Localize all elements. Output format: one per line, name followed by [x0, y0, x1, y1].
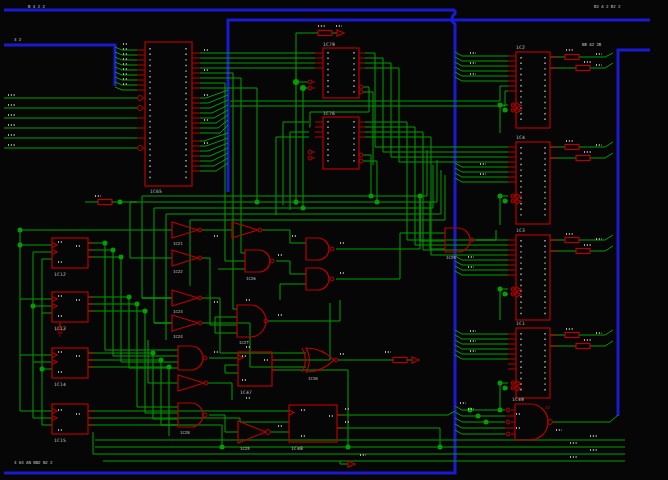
- ff-1[interactable]: 1C12: [52, 238, 94, 277]
- offpage-arrow-top: [337, 30, 344, 36]
- annotation-top-left: B 4 2 2: [28, 4, 45, 9]
- gate-label: 1C23: [173, 309, 183, 314]
- ff-3[interactable]: 1C14: [52, 348, 94, 387]
- ff-box-1[interactable]: 1C47: [238, 352, 278, 395]
- wire-u1-east: [200, 53, 315, 309]
- wire-buf2-east: [363, 122, 508, 255]
- g9-net-label: A2: [545, 405, 550, 410]
- xor-x1[interactable]: 1C30: [302, 348, 338, 381]
- ic-driver-1[interactable]: 1C2: [508, 45, 558, 128]
- ic-driver1-label: 1C2: [516, 45, 525, 50]
- fb1-label: 1C47: [240, 390, 252, 395]
- ic-driver-2[interactable]: 1C4: [508, 135, 558, 224]
- junction-dots: [18, 79, 508, 450]
- offpage-arrow-mid: [412, 357, 419, 363]
- ic-u1-label: 1C65: [150, 189, 162, 194]
- inverter-v3[interactable]: 1C22: [172, 250, 202, 274]
- inverter-v5[interactable]: 1C24: [172, 315, 202, 339]
- ic-driver2-label: 1C4: [516, 135, 525, 140]
- wire-driver-enables: [500, 105, 508, 412]
- ic-driver4-label: 1C1: [516, 321, 525, 326]
- ff4-label: 1C15: [54, 438, 66, 443]
- termination-resistors[interactable]: [565, 55, 590, 349]
- wire-u1-busentries: [200, 90, 228, 171]
- annotation-upper-left: 4 2: [14, 37, 22, 42]
- wire-buf1-east: [365, 53, 508, 162]
- fb2-label: 1C48: [291, 446, 303, 451]
- wire-left-inputs: [4, 98, 137, 148]
- inverter-v4[interactable]: 1C23: [172, 290, 202, 314]
- bus-right: [618, 50, 650, 416]
- g9-label: 1C49: [512, 397, 524, 402]
- offpage-arrow-bottom[interactable]: [348, 461, 355, 467]
- bus-lines: [4, 10, 650, 473]
- ic-buf-top[interactable]: 1C79: [308, 42, 365, 98]
- gate-label: 1C30: [308, 376, 318, 381]
- bus-topleft-entry: [4, 45, 115, 86]
- ff2-label: 1C13: [54, 326, 66, 331]
- ic-driver3-label: 1C3: [516, 228, 525, 233]
- wire-buf2-west: [276, 122, 309, 215]
- nand-g5[interactable]: [178, 346, 207, 370]
- nand-g1[interactable]: 1C26: [245, 250, 274, 281]
- annotation-top-right-b: NB A2 2B: [582, 42, 602, 47]
- inverter-v1[interactable]: 1C21: [172, 222, 202, 246]
- ff3-label: 1C14: [54, 382, 66, 387]
- nand-g6[interactable]: 1C28: [178, 403, 207, 435]
- ff1-label: 1C12: [54, 272, 66, 277]
- wire-mesh: [4, 33, 625, 464]
- ic-driver-3[interactable]: 1C3: [508, 228, 558, 320]
- ff-box-2[interactable]: 1C48: [289, 405, 343, 451]
- gate-g9[interactable]: 1C49 A2: [505, 397, 553, 440]
- ic-buf-bottom[interactable]: 1C76: [308, 111, 365, 169]
- nand-g3[interactable]: [306, 268, 334, 290]
- inverter-v2[interactable]: [232, 222, 262, 238]
- gate-label: 1C24: [173, 334, 183, 339]
- wire-bottom-lines: [93, 432, 625, 464]
- ic-buf-bottom-label: 1C76: [323, 111, 335, 116]
- schematic-canvas[interactable]: 1C65 1C79 1C76 1C2 1C4: [0, 0, 668, 480]
- wire-res-outputs: [550, 53, 613, 346]
- wire-g9-out: [553, 415, 618, 422]
- annotation-bottom-left: 4 04 AN NN2 N2 2: [14, 460, 53, 465]
- ic-buf-top-label: 1C79: [323, 42, 335, 47]
- annotation-top-right-a: B2 A 2 B2 2: [594, 4, 621, 9]
- resistor-top[interactable]: [318, 30, 344, 36]
- gate-label: 1C29: [446, 255, 456, 260]
- gate-label: 1C21: [173, 241, 183, 246]
- resistor-mid[interactable]: [393, 357, 419, 363]
- gate-label: 1C26: [246, 276, 256, 281]
- resistor-left[interactable]: [85, 200, 137, 205]
- ic-driver-4[interactable]: 1C1: [508, 321, 558, 398]
- gate-label: 1C27: [239, 340, 249, 345]
- schematic-drawing: 1C65 1C79 1C76 1C2 1C4: [0, 0, 668, 480]
- nand-g2[interactable]: [306, 238, 334, 260]
- wire-ff-east: [88, 243, 289, 447]
- wire-ff-chain: [20, 230, 172, 425]
- ic-u1[interactable]: 1C65: [137, 42, 200, 194]
- inverter-v6[interactable]: [178, 375, 208, 391]
- gate-label: 1C28: [180, 430, 190, 435]
- gate-label: 1C25: [240, 446, 250, 451]
- gate-label: 1C22: [173, 269, 183, 274]
- wire-buf1-bubbles: [309, 87, 373, 165]
- ff-2[interactable]: 1C13: [52, 292, 94, 336]
- nand-g4[interactable]: 1C27: [237, 305, 268, 345]
